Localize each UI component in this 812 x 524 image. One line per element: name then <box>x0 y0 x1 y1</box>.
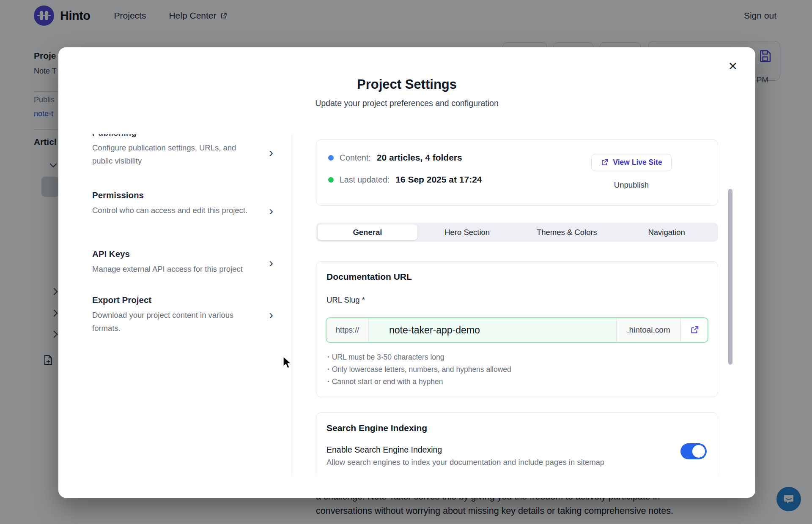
updated-stat-label: Last updated: <box>340 175 390 185</box>
search-engine-indexing-card: Search Engine Indexing Enable Search Eng… <box>316 412 718 476</box>
chevron-right-icon: › <box>269 257 273 269</box>
url-rule: URL must be 3-50 characters long <box>327 351 511 363</box>
modal-subtitle: Update your project preferences and conf… <box>58 98 755 108</box>
content-stat-value: 20 articles, 4 folders <box>377 153 462 163</box>
content-stat-row: Content: 20 articles, 4 folders <box>328 153 462 163</box>
toggle-knob <box>692 445 705 458</box>
unpublish-button[interactable]: Unpublish <box>591 180 672 190</box>
tab-themes-colors[interactable]: Themes & Colors <box>517 224 617 240</box>
seo-toggle-desc: Allow search engines to index your docum… <box>326 458 604 467</box>
blue-dot-icon <box>328 155 334 161</box>
url-slug-input[interactable]: note-taker-app-demo <box>369 318 616 342</box>
external-link-icon <box>601 158 609 166</box>
tab-hero-section[interactable]: Hero Section <box>417 224 517 240</box>
modal-body: Publishing Configure publication setting… <box>58 134 755 476</box>
tab-general[interactable]: General <box>318 224 417 240</box>
chevron-right-icon: › <box>269 146 273 159</box>
sidebar-item-title: Export Project <box>92 295 262 305</box>
content-stat-label: Content: <box>340 153 371 163</box>
sidebar-item-api-keys[interactable]: API Keys Manage external API access for … <box>80 249 292 276</box>
seo-toggle-label: Enable Search Engine Indexing <box>326 445 442 455</box>
documentation-url-card: Documentation URL URL Slug * https:// no… <box>316 261 718 397</box>
chevron-right-icon: › <box>269 205 273 217</box>
url-slug-label: URL Slug * <box>326 295 365 305</box>
publish-status-card: Content: 20 articles, 4 folders Last upd… <box>316 139 718 206</box>
documentation-url-heading: Documentation URL <box>326 272 412 282</box>
sidebar-item-title: API Keys <box>92 249 262 259</box>
sidebar-item-title: Permissions <box>92 190 262 200</box>
url-rule: Only lowercase letters, numbers, and hyp… <box>327 363 511 376</box>
url-slug-input-group: https:// note-taker-app-demo .hintoai.co… <box>326 317 708 343</box>
view-live-site-button[interactable]: View Live Site <box>591 154 672 171</box>
modal-scrollbar-thumb[interactable] <box>728 189 732 365</box>
sidebar-item-publishing[interactable]: Publishing Configure publication setting… <box>80 134 292 167</box>
sidebar-item-desc: Manage external API access for this proj… <box>92 262 258 276</box>
updated-stat-row: Last updated: 16 Sep 2025 at 17:24 <box>328 175 482 185</box>
green-dot-icon <box>328 177 334 183</box>
settings-content: Content: 20 articles, 4 folders Last upd… <box>316 134 718 476</box>
open-url-button[interactable] <box>680 318 708 342</box>
external-link-icon <box>690 325 699 335</box>
sidebar-item-title: Publishing <box>92 134 262 138</box>
url-domain-suffix: .hintoai.com <box>616 318 680 342</box>
sidebar-item-desc: Download your project content in various… <box>92 308 258 335</box>
sidebar-item-desc: Control who can access and edit this pro… <box>92 204 258 217</box>
seo-heading: Search Engine Indexing <box>326 423 427 433</box>
updated-stat-value: 16 Sep 2025 at 17:24 <box>395 175 482 185</box>
view-live-site-label: View Live Site <box>613 158 662 167</box>
settings-tabs: General Hero Section Themes & Colors Nav… <box>316 223 718 242</box>
sidebar-item-permissions[interactable]: Permissions Control who can access and e… <box>80 190 292 217</box>
url-protocol-prefix: https:// <box>326 318 369 342</box>
project-settings-modal: ✕ Project Settings Update your project p… <box>58 47 755 498</box>
modal-title: Project Settings <box>58 77 755 92</box>
url-slug-rules: URL must be 3-50 characters long Only lo… <box>327 351 511 388</box>
chevron-right-icon: › <box>269 308 273 321</box>
sidebar-item-export-project[interactable]: Export Project Download your project con… <box>80 295 292 335</box>
seo-indexing-toggle[interactable] <box>680 443 707 459</box>
tab-navigation[interactable]: Navigation <box>617 224 716 240</box>
sidebar-item-desc: Configure publication settings, URLs, an… <box>92 141 258 167</box>
settings-sidebar: Publishing Configure publication setting… <box>80 134 292 476</box>
url-rule: Cannot start or end with a hyphen <box>327 376 511 388</box>
close-icon[interactable]: ✕ <box>728 61 738 72</box>
